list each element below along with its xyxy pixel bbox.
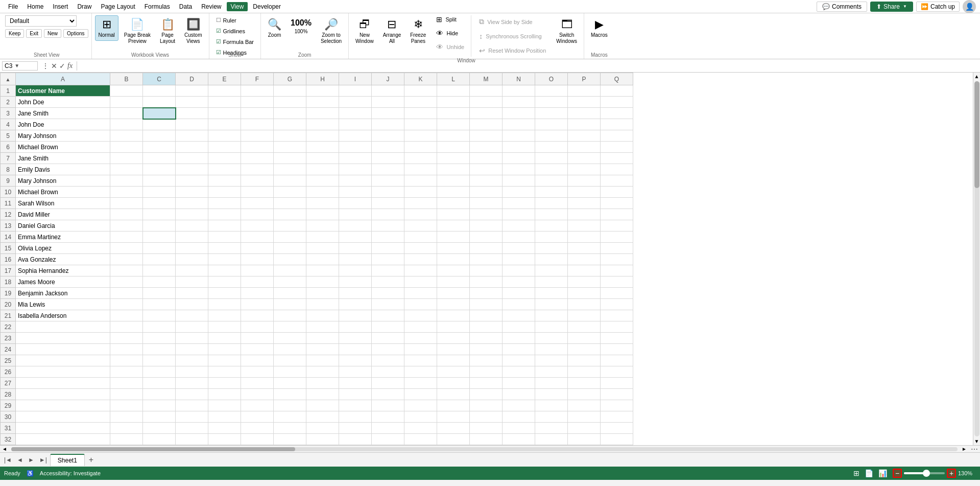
cell-h5[interactable] (306, 130, 339, 142)
cell-f1[interactable] (241, 85, 274, 97)
cell-b5[interactable] (110, 130, 143, 142)
cell-g8[interactable] (274, 164, 306, 175)
zoom-button[interactable]: 🔍 Zoom (264, 15, 285, 41)
cell-i25[interactable] (339, 355, 372, 366)
cell-f3[interactable] (241, 108, 274, 119)
row-number[interactable]: 15 (1, 243, 16, 254)
more-options-icon[interactable]: ⋮ (42, 62, 49, 70)
zoom-slider[interactable] (904, 472, 945, 474)
cell-n16[interactable] (503, 254, 535, 265)
row-number[interactable]: 30 (1, 411, 16, 423)
cell-b29[interactable] (110, 400, 143, 411)
cell-l15[interactable] (437, 243, 470, 254)
row-number[interactable]: 23 (1, 333, 16, 344)
cell-l12[interactable] (437, 209, 470, 220)
cell-o13[interactable] (535, 220, 568, 232)
cell-b8[interactable] (110, 164, 143, 175)
cell-m5[interactable] (470, 130, 503, 142)
cell-g6[interactable] (274, 142, 306, 153)
cell-d24[interactable] (176, 344, 208, 355)
normal-view-button[interactable]: ⊞ Normal (95, 15, 118, 41)
cell-e10[interactable] (208, 187, 241, 198)
cell-d32[interactable] (176, 434, 208, 445)
menu-item-home[interactable]: Home (23, 2, 47, 11)
cell-j2[interactable] (372, 97, 404, 108)
cell-q22[interactable] (601, 321, 633, 333)
cell-k15[interactable] (404, 243, 437, 254)
cell-q32[interactable] (601, 434, 633, 445)
cell-k4[interactable] (404, 119, 437, 130)
cell-e21[interactable] (208, 310, 241, 321)
cell-m18[interactable] (470, 276, 503, 288)
cell-p12[interactable] (568, 209, 601, 220)
cell-e2[interactable] (208, 97, 241, 108)
cell-a7[interactable]: Jane Smith (16, 153, 110, 164)
sheet-nav-first[interactable]: |◄ (2, 455, 14, 465)
cell-m28[interactable] (470, 389, 503, 400)
cell-h22[interactable] (306, 321, 339, 333)
cell-k5[interactable] (404, 130, 437, 142)
col-header-e[interactable]: E (208, 73, 241, 85)
cell-q3[interactable] (601, 108, 633, 119)
cell-b3[interactable] (110, 108, 143, 119)
cell-k13[interactable] (404, 220, 437, 232)
cell-c6[interactable] (143, 142, 176, 153)
cell-a29[interactable] (16, 400, 110, 411)
cell-j13[interactable] (372, 220, 404, 232)
cell-l4[interactable] (437, 119, 470, 130)
cell-l27[interactable] (437, 378, 470, 389)
zoom-to-selection-button[interactable]: 🔎 Zoom to Selection (317, 15, 345, 47)
cell-n11[interactable] (503, 198, 535, 209)
cell-g21[interactable] (274, 310, 306, 321)
cell-o18[interactable] (535, 276, 568, 288)
cell-j7[interactable] (372, 153, 404, 164)
cell-p33[interactable] (568, 445, 601, 446)
row-number[interactable]: 19 (1, 288, 16, 299)
cell-d31[interactable] (176, 423, 208, 434)
cell-m8[interactable] (470, 164, 503, 175)
accessibility-label[interactable]: Accessibility: Investigate (40, 470, 101, 476)
cell-k33[interactable] (404, 445, 437, 446)
cell-d16[interactable] (176, 254, 208, 265)
cell-i32[interactable] (339, 434, 372, 445)
cell-l7[interactable] (437, 153, 470, 164)
accessibility-icon[interactable]: ♿ (27, 470, 34, 477)
cell-c32[interactable] (143, 434, 176, 445)
cell-e23[interactable] (208, 333, 241, 344)
cell-c20[interactable] (143, 299, 176, 310)
cell-l20[interactable] (437, 299, 470, 310)
cell-j21[interactable] (372, 310, 404, 321)
cell-q7[interactable] (601, 153, 633, 164)
cell-p5[interactable] (568, 130, 601, 142)
cell-m19[interactable] (470, 288, 503, 299)
cell-o22[interactable] (535, 321, 568, 333)
cell-f20[interactable] (241, 299, 274, 310)
sheet-nav-prev[interactable]: ◄ (15, 455, 25, 465)
cell-g32[interactable] (274, 434, 306, 445)
cell-g26[interactable] (274, 366, 306, 378)
cell-a24[interactable] (16, 344, 110, 355)
cell-k26[interactable] (404, 366, 437, 378)
cell-p8[interactable] (568, 164, 601, 175)
cell-h14[interactable] (306, 232, 339, 243)
cell-m10[interactable] (470, 187, 503, 198)
cell-h29[interactable] (306, 400, 339, 411)
cell-k1[interactable] (404, 85, 437, 97)
cell-l19[interactable] (437, 288, 470, 299)
cell-q2[interactable] (601, 97, 633, 108)
cell-h26[interactable] (306, 366, 339, 378)
cell-d22[interactable] (176, 321, 208, 333)
cell-d13[interactable] (176, 220, 208, 232)
cell-o12[interactable] (535, 209, 568, 220)
comments-button[interactable]: 💬 Comments (817, 2, 867, 12)
cell-a25[interactable] (16, 355, 110, 366)
cell-c16[interactable] (143, 254, 176, 265)
cell-o33[interactable] (535, 445, 568, 446)
cell-o4[interactable] (535, 119, 568, 130)
col-header-g[interactable]: G (274, 73, 306, 85)
col-header-f[interactable]: F (241, 73, 274, 85)
cell-a2[interactable]: John Doe (16, 97, 110, 108)
cell-f7[interactable] (241, 153, 274, 164)
cell-k27[interactable] (404, 378, 437, 389)
cell-k22[interactable] (404, 321, 437, 333)
